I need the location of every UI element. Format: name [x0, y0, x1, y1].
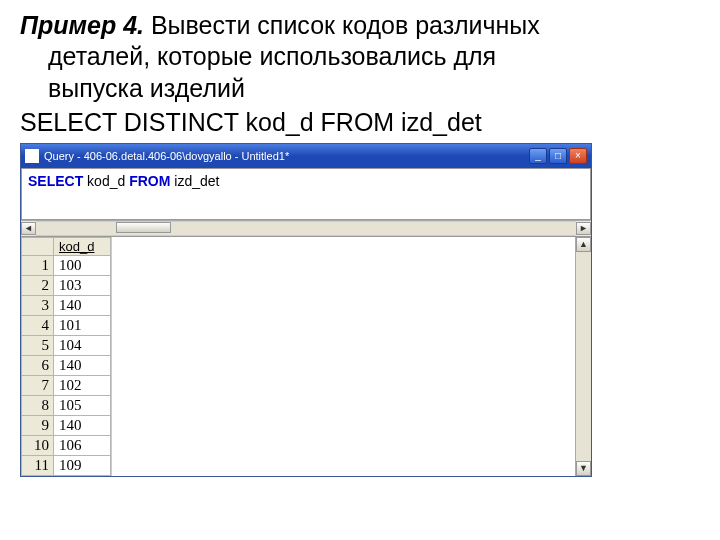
- grid-vscroll[interactable]: ▲ ▼: [575, 237, 591, 476]
- col-header[interactable]: kod_d: [54, 237, 111, 255]
- col-token: kod_d: [83, 173, 129, 189]
- table-row[interactable]: 4101: [22, 315, 111, 335]
- scroll-right-icon[interactable]: ►: [576, 222, 591, 235]
- hscroll-track[interactable]: [36, 221, 576, 236]
- grid-blank-area: [111, 237, 575, 476]
- vscroll-track[interactable]: [576, 252, 591, 461]
- heading-l3: выпуска изделий: [20, 74, 245, 102]
- app-icon: [25, 149, 39, 163]
- example-label: Пример 4.: [20, 11, 144, 39]
- window-title: Query - 406-06.detal.406-06\dovgyallo - …: [44, 150, 529, 162]
- table-row[interactable]: 3140: [22, 295, 111, 315]
- heading-l1: Вывести список кодов различных: [144, 11, 540, 39]
- sql-editor[interactable]: SELECT kod_d FROM izd_det: [21, 168, 591, 220]
- maximize-button[interactable]: □: [549, 148, 567, 164]
- titlebar[interactable]: Query - 406-06.detal.406-06\dovgyallo - …: [21, 144, 591, 168]
- query-window: Query - 406-06.detal.406-06\dovgyallo - …: [20, 143, 592, 477]
- minimize-button[interactable]: _: [529, 148, 547, 164]
- kw-select: SELECT: [28, 173, 83, 189]
- hscroll-thumb[interactable]: [116, 222, 171, 233]
- result-grid[interactable]: kod_d 1100 2103 3140 4101 5104 6140 7102…: [21, 237, 111, 476]
- table-row[interactable]: 10106: [22, 435, 111, 455]
- tbl-token: izd_det: [170, 173, 219, 189]
- corner-cell: [22, 237, 54, 255]
- heading-block: Пример 4. Вывести список кодов различных…: [20, 10, 700, 104]
- table-row[interactable]: 5104: [22, 335, 111, 355]
- table-header-row: kod_d: [22, 237, 111, 255]
- outer-sql: SELECT DISTINCT kod_d FROM izd_det: [20, 108, 700, 137]
- table-row[interactable]: 7102: [22, 375, 111, 395]
- table-row[interactable]: 8105: [22, 395, 111, 415]
- kw-from: FROM: [129, 173, 170, 189]
- table-row[interactable]: 9140: [22, 415, 111, 435]
- table-row[interactable]: 2103: [22, 275, 111, 295]
- heading-l2: деталей, которые использовались для: [20, 42, 496, 70]
- table-row[interactable]: 6140: [22, 355, 111, 375]
- editor-hscroll[interactable]: ◄ ►: [21, 220, 591, 236]
- table-row[interactable]: 1100: [22, 255, 111, 275]
- result-grid-wrap: kod_d 1100 2103 3140 4101 5104 6140 7102…: [21, 236, 591, 476]
- table-row[interactable]: 11109: [22, 455, 111, 475]
- scroll-up-icon[interactable]: ▲: [576, 237, 591, 252]
- window-buttons: _ □ ×: [529, 148, 587, 164]
- scroll-left-icon[interactable]: ◄: [21, 222, 36, 235]
- scroll-down-icon[interactable]: ▼: [576, 461, 591, 476]
- close-button[interactable]: ×: [569, 148, 587, 164]
